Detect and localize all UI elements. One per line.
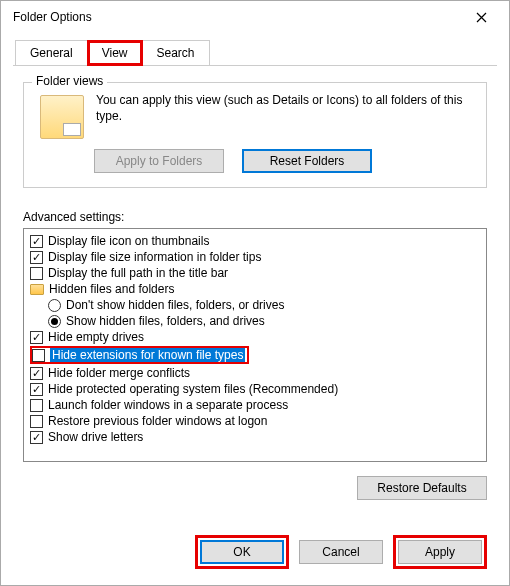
advanced-item-label: Restore previous folder windows at logon [48, 414, 267, 428]
advanced-item-label: Hide empty drives [48, 330, 144, 344]
advanced-item-label: Don't show hidden files, folders, or dri… [66, 298, 284, 312]
close-icon [476, 12, 487, 23]
advanced-item[interactable]: ✓Display file icon on thumbnails [30, 233, 480, 249]
ok-button[interactable]: OK [200, 540, 284, 564]
apply-to-folders-button: Apply to Folders [94, 149, 224, 173]
checkbox[interactable]: ✓ [30, 331, 43, 344]
advanced-item[interactable]: ✓Hide empty drives [30, 329, 480, 345]
folder-views-legend: Folder views [32, 74, 107, 88]
advanced-item[interactable]: Launch folder windows in a separate proc… [30, 397, 480, 413]
reset-folders-button[interactable]: Reset Folders [242, 149, 372, 173]
apply-highlight: Apply [393, 535, 487, 569]
advanced-item-label: Launch folder windows in a separate proc… [48, 398, 288, 412]
folder-icon [30, 284, 44, 295]
folder-options-window: Folder Options General View Search Folde… [0, 0, 510, 586]
checkbox[interactable] [32, 349, 45, 362]
advanced-item-label: Display the full path in the title bar [48, 266, 228, 280]
window-title: Folder Options [9, 10, 92, 24]
radio[interactable] [48, 299, 61, 312]
folder-views-desc: You can apply this view (such as Details… [96, 91, 476, 124]
advanced-item[interactable]: Display the full path in the title bar [30, 265, 480, 281]
advanced-item[interactable]: Don't show hidden files, folders, or dri… [30, 297, 480, 313]
checkbox[interactable] [30, 399, 43, 412]
restore-defaults-button[interactable]: Restore Defaults [357, 476, 487, 500]
tab-underline [13, 65, 497, 66]
advanced-item-label: Hide extensions for known file types [50, 348, 245, 362]
advanced-item[interactable]: Hidden files and folders [30, 281, 480, 297]
advanced-settings-label: Advanced settings: [23, 210, 487, 224]
advanced-item-label: Hide folder merge conflicts [48, 366, 190, 380]
checkbox[interactable]: ✓ [30, 367, 43, 380]
tab-view[interactable]: View [87, 40, 143, 66]
advanced-item-label: Display file size information in folder … [48, 250, 261, 264]
advanced-item[interactable]: ✓Show drive letters [30, 429, 480, 445]
folder-views-icon [40, 95, 84, 139]
highlighted-item: Hide extensions for known file types [30, 346, 249, 364]
advanced-item[interactable]: ✓Hide folder merge conflicts [30, 365, 480, 381]
advanced-item[interactable]: ✓Display file size information in folder… [30, 249, 480, 265]
tab-search[interactable]: Search [142, 40, 210, 66]
advanced-item[interactable]: Show hidden files, folders, and drives [30, 313, 480, 329]
advanced-settings-list[interactable]: ✓Display file icon on thumbnails✓Display… [24, 229, 486, 461]
advanced-item[interactable]: Hide extensions for known file types [30, 345, 480, 365]
checkbox[interactable]: ✓ [30, 251, 43, 264]
tab-content: Folder views You can apply this view (su… [1, 66, 509, 529]
advanced-settings-box: ✓Display file icon on thumbnails✓Display… [23, 228, 487, 462]
radio[interactable] [48, 315, 61, 328]
cancel-button[interactable]: Cancel [299, 540, 383, 564]
advanced-item-label: Display file icon on thumbnails [48, 234, 209, 248]
folder-views-group: Folder views You can apply this view (su… [23, 82, 487, 188]
checkbox[interactable]: ✓ [30, 235, 43, 248]
tabs: General View Search [1, 39, 509, 65]
ok-highlight: OK [195, 535, 289, 569]
titlebar: Folder Options [1, 1, 509, 33]
checkbox[interactable] [30, 267, 43, 280]
apply-button[interactable]: Apply [398, 540, 482, 564]
advanced-item-label: Hidden files and folders [49, 282, 174, 296]
advanced-item-label: Show hidden files, folders, and drives [66, 314, 265, 328]
advanced-item-label: Show drive letters [48, 430, 143, 444]
advanced-item-label: Hide protected operating system files (R… [48, 382, 338, 396]
checkbox[interactable]: ✓ [30, 431, 43, 444]
checkbox[interactable]: ✓ [30, 383, 43, 396]
advanced-item[interactable]: ✓Hide protected operating system files (… [30, 381, 480, 397]
close-button[interactable] [461, 3, 501, 31]
checkbox[interactable] [30, 415, 43, 428]
advanced-item[interactable]: Restore previous folder windows at logon [30, 413, 480, 429]
tab-general[interactable]: General [15, 40, 88, 66]
dialog-footer: OK Cancel Apply [1, 529, 509, 585]
